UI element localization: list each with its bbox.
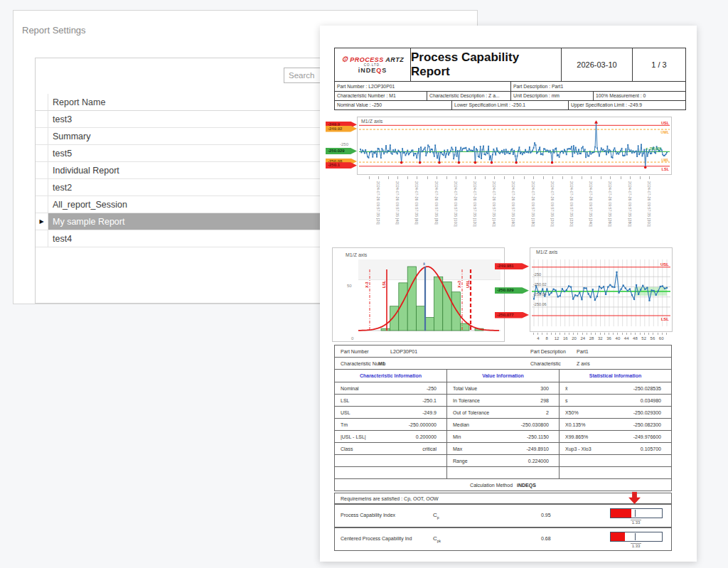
meta-row: Characteristic Number : M1Characteristic… (334, 91, 686, 101)
stats-data-row (335, 467, 671, 479)
gauge-tick-label: 1.33 (631, 543, 642, 548)
report-title: Process Capability Report (411, 50, 561, 79)
meta-cell: Nominal Value : -250 (335, 100, 452, 109)
statistics-table: Part NumberL2OP30P01Part DescriptionPart… (334, 345, 672, 491)
control-chart-x-label: 48 (633, 336, 638, 341)
run-chart-ytick: -250 (340, 142, 348, 146)
svg-text:X-3: X-3 (365, 282, 369, 288)
stats-cell (447, 467, 560, 478)
run-chart-x-label: 2024-07-26 09:57:35 [260] (608, 181, 612, 244)
label: Characteristic (530, 358, 561, 369)
run-chart-panel: M1/Z axis USLUWLLWLLSLx̄ -250.029 (357, 117, 672, 175)
run-chart-x-label: 2024-07-26 09:57:35 [20] (376, 181, 380, 244)
stats-cell: X99.865%-249.976600 (560, 431, 671, 442)
stats-cell: Tm-250.000000 (335, 419, 447, 430)
stats-cell: Range0.224000 (447, 455, 560, 466)
label: Part Number (341, 345, 369, 357)
stats-cell: Classcritical (335, 443, 447, 454)
meta-cell: Lower Specification Limit : -250.1 (452, 100, 569, 109)
stats-cell: |USL - LSL|0.200000 (335, 431, 447, 442)
svg-text:LSL: LSL (382, 280, 386, 288)
histogram-ytick-50: 50 (347, 284, 352, 288)
svg-text:LSL: LSL (662, 167, 670, 171)
run-chart-x-label: 2024-07-26 09:57:35 [60] (414, 181, 419, 244)
search-placeholder: Search (289, 71, 314, 80)
stats-data-row: Range0.224000 (335, 455, 671, 467)
value: Part1 (577, 345, 589, 357)
control-chart-x-label: 32 (598, 336, 603, 341)
selected-row-marker: ▶ (36, 213, 48, 230)
capability-gauge (610, 508, 663, 518)
control-chart-x-label: 20 (572, 336, 577, 341)
histogram-title: M1/Z axis (346, 252, 367, 257)
stats-cell (560, 455, 671, 466)
row-selector-cell (36, 128, 48, 144)
logo-company-red: PROCESS (350, 56, 384, 63)
run-chart-x-label: 2024-07-26 09:57:35 [120] (473, 181, 477, 244)
stats-cell (335, 467, 447, 478)
histogram-chart: X-3LSLX+3USLx̄ (358, 259, 500, 339)
stats-cell: X50%-250.029300 (560, 407, 671, 418)
run-chart-x-label: 2024-07-26 09:57:35 [200] (550, 181, 555, 244)
capability-row: Centered Process Capability IndCpk0.681.… (334, 527, 672, 551)
dialog-title: Report Settings (22, 25, 86, 36)
stats-cell: Nominal-250 (335, 382, 447, 394)
gauge-target-tick (635, 510, 636, 517)
stats-cell: Max-249.8910 (447, 443, 560, 454)
meta-cell: Upper Specification Limit : -249.9 (569, 100, 685, 109)
limit-badge: -249.92 (326, 126, 357, 132)
control-chart-title: M1/Z axis (536, 250, 557, 254)
meta-row: Nominal Value : -250Lower Specification … (334, 100, 686, 110)
gauge-target-tick (635, 533, 636, 540)
capability-label: Process Capability Index (341, 513, 395, 518)
run-chart: USLUWLLWLLSLx̄ -250.029 (358, 117, 671, 174)
requirements-text: Requiremetns are satisfied : Cp, OOT, OO… (341, 496, 439, 501)
row-selector-cell (36, 179, 48, 195)
capability-value: 0.68 (541, 536, 551, 541)
svg-text:USL: USL (660, 262, 669, 267)
logo-brand: iNDEQS (358, 68, 387, 75)
run-chart-x-label: 2024-07-26 09:57:35 [240] (589, 181, 593, 244)
svg-text:-250: -250 (533, 272, 541, 277)
control-chart: -250-250.02-250.04-250.06USLLSL (530, 257, 672, 331)
stats-cell: Out of Tolerance2 (447, 407, 560, 418)
capability-row: Process Capability IndexCp0.951.33 (334, 504, 672, 527)
report-date: 2026-03-10 (577, 60, 616, 69)
row-selector-cell (36, 145, 48, 161)
control-chart-x-label: 28 (589, 336, 594, 341)
control-chart-x-label: 40 (616, 336, 621, 341)
stats-data-row: ClasscriticalMax-249.8910Xup3 - Xlo30.10… (335, 443, 671, 455)
stats-cell: X0.135%-250.082300 (560, 419, 671, 430)
svg-text:x̄ -250.029: x̄ -250.029 (646, 147, 661, 151)
run-chart-x-label: 2024-07-26 09:57:35 [160] (511, 181, 515, 244)
stats-cell: In Tolerance298 (447, 395, 560, 406)
capability-symbol: Cp (433, 512, 439, 520)
limit-badge: -249.981 (495, 263, 529, 269)
stats-group-headers: Characteristic InformationValue Informat… (335, 370, 671, 382)
meta-cell: 100% Measurement : 0 (594, 91, 685, 100)
meta-cell: Part Description : Part1 (511, 82, 685, 91)
run-chart-x-label: 2024-07-26 09:57:35 [100] (454, 181, 458, 244)
limit-badge: -250.077 (495, 312, 529, 318)
histogram-panel: M1/Z axis 50 0 X-3LSLX+3USLx̄ (332, 247, 505, 342)
stats-row-part: Part NumberL2OP30P01Part DescriptionPart… (335, 345, 671, 358)
run-chart-x-label: 2024-07-26 09:57:35 [180] (531, 181, 535, 244)
svg-text:-250.04: -250.04 (533, 292, 547, 296)
stats-cell (335, 455, 447, 466)
run-chart-x-label: 2024-07-26 09:57:35 [220] (569, 181, 574, 244)
stats-data-row: USL-249.9Out of Tolerance2X50%-250.02930… (335, 407, 671, 419)
stats-cell: x̄-250.028535 (560, 382, 671, 394)
stats-cell: s0.034980 (560, 395, 671, 406)
stats-data-row: Tm-250.000000Median-250.030800X0.135%-25… (335, 419, 671, 431)
control-chart-x-label: 44 (624, 336, 629, 341)
svg-text:-250.02: -250.02 (533, 282, 547, 286)
capability-symbol: Cpk (433, 535, 441, 543)
svg-text:USL: USL (466, 279, 470, 288)
report-header: ⚙PROCESS ARTZ CO.LTD. iNDEQS Process Cap… (334, 48, 686, 82)
stats-cell: USL-249.9 (335, 407, 447, 418)
calc-value: iNDEQS (517, 483, 536, 488)
svg-text:USL: USL (661, 121, 670, 125)
limit-badge: -250.029 (495, 287, 529, 294)
capability-gauge (610, 532, 663, 542)
run-chart-x-label: 2024-07-26 09:57:35 [300] (647, 181, 651, 244)
